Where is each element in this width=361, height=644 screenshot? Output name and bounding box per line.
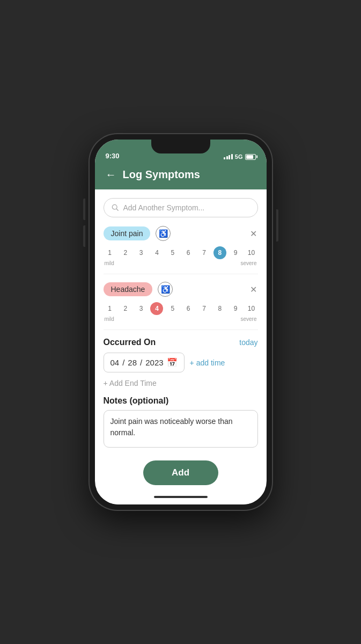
close-headache-button[interactable]: ✕ <box>249 283 258 296</box>
scale-joint-pain: 1 2 3 4 5 6 7 8 9 10 <box>104 246 258 259</box>
battery-icon <box>245 154 256 160</box>
occurred-on-header: Occurred On today <box>104 338 258 347</box>
page-title: Log Symptoms <box>123 169 200 181</box>
accessibility-icon-joint-pain[interactable]: ♿ <box>156 226 171 241</box>
scale-6-joint-pain[interactable]: 6 <box>182 246 195 259</box>
scale-5-headache[interactable]: 5 <box>166 302 179 315</box>
search-placeholder: Add Another Symptom... <box>123 203 205 212</box>
occurred-on-label: Occurred On <box>104 338 156 347</box>
accessibility-icon-headache[interactable]: ♿ <box>158 282 173 297</box>
svg-line-1 <box>116 209 118 210</box>
notes-label: Notes (optional) <box>104 396 258 406</box>
scale-9-joint-pain[interactable]: 9 <box>229 246 242 259</box>
scale-severe-headache: severe <box>240 316 256 322</box>
scale-8-joint-pain[interactable]: 8 <box>213 246 226 259</box>
scale-3-joint-pain[interactable]: 3 <box>135 246 148 259</box>
date-month: 04 <box>110 358 120 367</box>
scale-3-headache[interactable]: 3 <box>135 302 148 315</box>
calendar-icon[interactable]: 📅 <box>167 357 178 368</box>
close-joint-pain-button[interactable]: ✕ <box>249 228 258 240</box>
divider-1 <box>104 274 258 274</box>
date-day: 28 <box>128 358 137 367</box>
scale-7-headache[interactable]: 7 <box>197 302 210 315</box>
content-area: Add Another Symptom... Joint pain ♿ ✕ 1 … <box>95 189 267 489</box>
divider-2 <box>104 330 258 330</box>
add-button[interactable]: Add <box>143 460 218 485</box>
scale-8-headache[interactable]: 8 <box>213 302 226 315</box>
scale-mild-headache: mild <box>105 316 114 322</box>
symptom-left-joint-pain: Joint pain ♿ <box>104 226 171 241</box>
scale-6-headache[interactable]: 6 <box>182 302 195 315</box>
scale-10-joint-pain[interactable]: 10 <box>245 246 257 259</box>
date-separator-1: / <box>122 358 124 367</box>
scale-labels-headache: mild severe <box>104 316 258 322</box>
signal-icon <box>224 154 233 159</box>
scale-1-joint-pain[interactable]: 1 <box>104 246 116 259</box>
phone-frame: 9:30 5G ← Log Symptoms <box>90 134 272 510</box>
symptom-card-headache: Headache ♿ ✕ 1 2 3 4 5 6 7 8 9 10 <box>104 282 258 322</box>
scale-2-headache[interactable]: 2 <box>119 302 132 315</box>
add-end-time-button[interactable]: + Add End Time <box>104 379 258 387</box>
symptom-left-headache: Headache ♿ <box>104 282 173 297</box>
add-time-button[interactable]: + add time <box>190 358 225 367</box>
home-bar <box>154 496 208 498</box>
scale-10-headache[interactable]: 10 <box>245 302 257 315</box>
scale-1-headache[interactable]: 1 <box>104 302 116 315</box>
notes-input[interactable] <box>104 410 258 448</box>
scale-7-joint-pain[interactable]: 7 <box>197 246 210 259</box>
scale-severe-joint-pain: severe <box>240 260 256 266</box>
symptom-card-joint-pain: Joint pain ♿ ✕ 1 2 3 4 5 6 7 8 9 10 <box>104 226 258 266</box>
today-link[interactable]: today <box>239 338 257 347</box>
scale-2-joint-pain[interactable]: 2 <box>119 246 132 259</box>
status-icons: 5G <box>224 153 255 160</box>
search-bar[interactable]: Add Another Symptom... <box>104 198 258 217</box>
notch <box>151 140 210 153</box>
scale-headache: 1 2 3 4 5 6 7 8 9 10 <box>104 302 258 315</box>
symptom-badge-joint-pain[interactable]: Joint pain <box>104 226 151 240</box>
date-row: 04 / 28 / 2023 📅 + add time <box>104 353 258 372</box>
date-year: 2023 <box>145 358 163 367</box>
home-indicator <box>95 489 267 504</box>
scale-4-headache[interactable]: 4 <box>150 302 163 315</box>
page-header: ← Log Symptoms <box>95 163 267 189</box>
scale-5-joint-pain[interactable]: 5 <box>166 246 179 259</box>
date-input[interactable]: 04 / 28 / 2023 📅 <box>104 353 185 372</box>
network-type: 5G <box>235 153 243 160</box>
scale-labels-joint-pain: mild severe <box>104 260 258 266</box>
back-button[interactable]: ← <box>106 169 116 181</box>
scale-mild-joint-pain: mild <box>105 260 114 266</box>
date-separator-2: / <box>140 358 142 367</box>
search-icon <box>112 204 119 211</box>
scale-4-joint-pain[interactable]: 4 <box>150 246 163 259</box>
status-time: 9:30 <box>106 152 120 160</box>
scale-9-headache[interactable]: 9 <box>229 302 242 315</box>
symptom-badge-headache[interactable]: Headache <box>104 282 153 296</box>
